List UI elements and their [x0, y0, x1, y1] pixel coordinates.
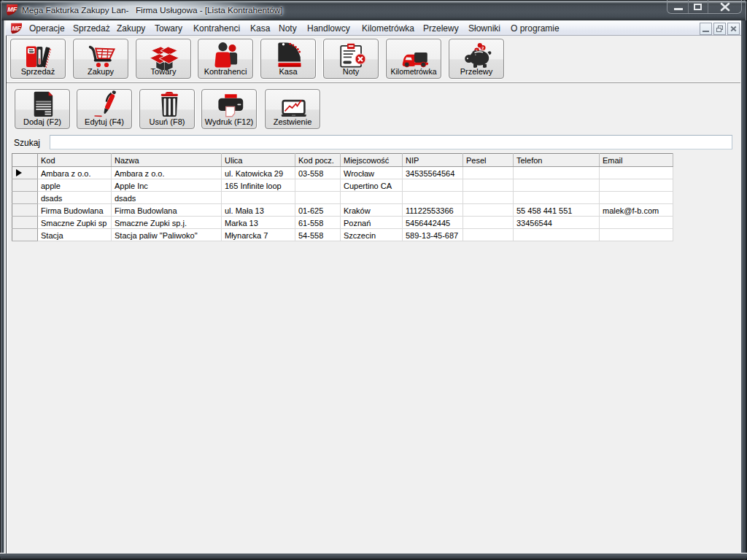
svg-text:2: 2: [481, 46, 484, 50]
svg-text:MF: MF: [7, 6, 17, 13]
svg-text:MF: MF: [12, 25, 21, 32]
